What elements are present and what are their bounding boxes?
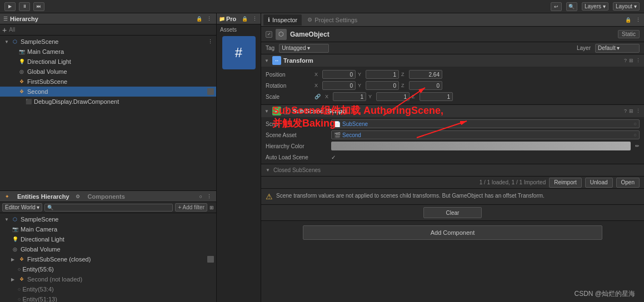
scale-x-input[interactable] (333, 92, 366, 101)
play-button[interactable]: ▶ (4, 2, 16, 11)
transform-more-button[interactable]: ⋮ (636, 58, 641, 63)
layer-dropdown[interactable]: Default ▾ (595, 44, 640, 53)
hierarchy-color-swatch[interactable] (331, 142, 631, 150)
subscene-settings-button[interactable]: ⊞ (629, 108, 633, 114)
entity-item-entity-55[interactable]: ○ Entity(55:6) (0, 264, 216, 274)
inspector-tab[interactable]: ℹ Inspector (263, 14, 302, 26)
subscene-header[interactable]: ▼ # ✓ Sub Scene (Script) ? ⊞ ⋮ (261, 105, 644, 117)
tree-arrow: ▼ (4, 217, 11, 222)
open-button[interactable]: Open (616, 178, 640, 188)
rotation-y-input[interactable] (366, 81, 399, 90)
hierarchy-color-edit-button[interactable]: ✏ (635, 143, 640, 149)
pause-button[interactable]: ⏸ (19, 2, 30, 11)
tree-item-directional-light[interactable]: 💡 Directional Light (0, 57, 216, 67)
tree-item-main-camera[interactable]: 📷 Main Camera (0, 47, 216, 57)
layout-label: Layout (616, 3, 632, 9)
tag-dropdown[interactable]: Untagged ▾ (279, 44, 329, 53)
entity-item-second-not-loaded[interactable]: ▶ ❖ Second (not loaded) (0, 274, 216, 284)
more-button[interactable]: ⋮ (251, 16, 258, 22)
transform-settings-button[interactable]: ⊞ (629, 58, 633, 63)
subscene-icon: ❖ (18, 88, 26, 95)
tree-label: SampleScene (21, 38, 59, 45)
more-button[interactable]: ⋮ (206, 16, 213, 22)
entities-more-button[interactable]: ⋮ (206, 194, 213, 199)
entity-item-main-camera[interactable]: 📷 Main Camera (0, 224, 216, 234)
entity-label: FirstSubScene (closed) (27, 256, 91, 263)
world-dropdown[interactable]: Editor World ▾ (2, 203, 42, 212)
entity-item-entity-51[interactable]: ○ Entity(51:13) (0, 294, 216, 302)
scale-y-input[interactable] (376, 92, 410, 101)
entities-section: ✦ Entities Hierarchy ⚙ Components ○ ⋮ Ed… (0, 191, 216, 302)
search-button[interactable]: 🔍 (566, 2, 577, 11)
closed-subscenes-toggle[interactable]: ▼ (266, 168, 271, 173)
subscene-more-button[interactable]: ⋮ (636, 108, 641, 114)
components-icon: ⚙ (74, 193, 82, 200)
tree-arrow: ▶ (11, 277, 18, 282)
script-circle-btn[interactable]: ○ (634, 121, 637, 127)
circle-icon: ○ (18, 296, 21, 302)
rotation-x-input[interactable] (322, 81, 356, 90)
layer-label: Layer (577, 45, 591, 51)
inspector-more-button[interactable]: ⋮ (635, 17, 642, 23)
components-tab[interactable]: Components (88, 193, 125, 200)
transform-header[interactable]: ▼ ↔ Transform ? ⊞ ⋮ (261, 54, 644, 67)
layers-label: Layers (585, 3, 601, 9)
history-button[interactable]: ↩ (551, 2, 562, 11)
add-component-button[interactable]: Add Component (303, 225, 602, 240)
entity-item-samplescene[interactable]: ▼ ⬡ SampleScene (0, 214, 216, 224)
tree-arrow: ▼ (4, 39, 11, 44)
chevron-down-icon: ▾ (634, 3, 637, 9)
clear-row: Clear (261, 205, 644, 221)
unload-button[interactable]: Unload (585, 178, 613, 188)
clear-button[interactable]: Clear (423, 207, 482, 218)
link-icon: 🔗 (314, 94, 321, 99)
subscene-help-button[interactable]: ? (624, 108, 627, 114)
tree-item-debugdisplay[interactable]: ⬛ DebugDisplay.DrawComponent (0, 97, 216, 107)
entities-search-icon[interactable]: ○ (198, 194, 203, 199)
position-y-input[interactable] (366, 70, 399, 79)
right-indicator (207, 88, 214, 95)
subscene-enabled-checkbox[interactable]: ✓ (283, 108, 290, 114)
tree-item-samplescene[interactable]: ▼ ⬡ SampleScene ⋮ (0, 37, 216, 47)
layers-dropdown[interactable]: Layers ▾ (582, 2, 608, 11)
hierarchy-color-row: Hierarchy Color ✏ (266, 140, 640, 152)
add-hierarchy-button[interactable]: + (2, 26, 7, 34)
add-filter-button[interactable]: + Add filter (175, 203, 207, 212)
scene-asset-value[interactable]: 🎬 Second ○ (331, 130, 640, 139)
position-x-input[interactable] (322, 70, 356, 79)
circle-icon: ○ (18, 266, 21, 272)
tree-item-firstsubscene[interactable]: ❖ FirstSubScene (0, 77, 216, 87)
entities-icon: ✦ (3, 193, 11, 200)
gameobject-active-checkbox[interactable]: ✓ (266, 31, 272, 38)
entity-item-entity-53[interactable]: ○ Entity(53:4) (0, 284, 216, 294)
transform-help-button[interactable]: ? (624, 58, 627, 63)
tree-item-global-volume[interactable]: ◎ Global Volume (0, 67, 216, 77)
scene-asset-row: Scene Asset 🎬 Second ○ (266, 129, 640, 140)
lock-button[interactable]: 🔒 (241, 16, 249, 22)
entity-item-global-volume[interactable]: ◎ Global Volume (0, 244, 216, 254)
entities-hierarchy-tab[interactable]: Entities Hierarchy (17, 193, 69, 200)
position-z-input[interactable] (409, 70, 442, 79)
script-value[interactable]: 📄 SubScene ○ (331, 119, 640, 128)
entity-item-firstsubscene[interactable]: ▶ ❖ FirstSubScene (closed) (0, 254, 216, 264)
scene-menu-button[interactable]: ⋮ (207, 39, 214, 44)
hierarchy-search-input[interactable] (9, 27, 214, 33)
scale-z-input[interactable] (420, 92, 453, 101)
inspector-lock-button[interactable]: 🔒 (624, 17, 632, 23)
middle-panel: 📁 Pro 🔒 ⋮ Assets # (217, 13, 261, 302)
tree-label: Second (27, 88, 48, 95)
project-settings-tab[interactable]: ⚙ Project Settings (303, 14, 362, 26)
tree-item-second[interactable]: ❖ Second (0, 87, 216, 97)
lock-button[interactable]: 🔒 (195, 16, 203, 22)
layout-dropdown[interactable]: Layout ▾ (613, 2, 640, 11)
reimport-button[interactable]: Reimport (549, 178, 582, 188)
grid-icon[interactable]: ⊞ (209, 205, 214, 210)
asset-icon[interactable]: # (222, 36, 256, 69)
chevron-down-icon: ▾ (37, 204, 39, 210)
static-button[interactable]: Static (618, 30, 640, 38)
rotation-z-input[interactable] (409, 81, 442, 90)
scene-asset-circle-btn[interactable]: ○ (634, 132, 637, 138)
project-actions: 🔒 ⋮ (241, 16, 258, 22)
entity-item-directional-light[interactable]: 💡 Directional Light (0, 234, 216, 244)
step-button[interactable]: ⏭ (33, 2, 44, 11)
